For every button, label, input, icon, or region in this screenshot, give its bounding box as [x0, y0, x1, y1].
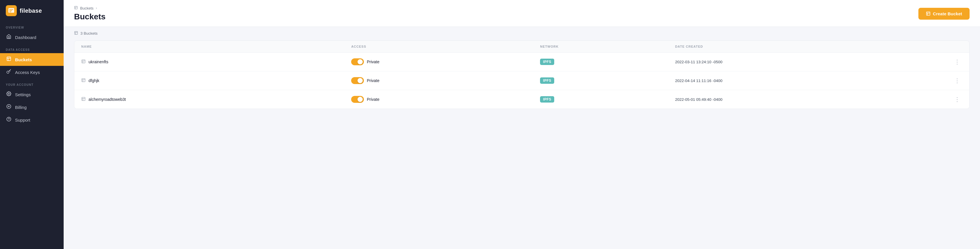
- logo-text: filebase: [20, 8, 42, 14]
- sidebar-section-data-access: Data Access: [0, 44, 64, 53]
- create-bucket-button[interactable]: Create Bucket: [918, 8, 970, 20]
- svg-rect-29: [82, 97, 85, 100]
- svg-rect-26: [82, 79, 85, 82]
- buckets-table: Name Access Network Date Created ukraine…: [74, 40, 970, 109]
- more-cell: ⋮: [945, 95, 963, 103]
- main-content: Buckets › Buckets Create Bucket 3 Bucket…: [64, 0, 980, 249]
- billing-icon: [6, 104, 11, 110]
- sidebar: filebase Overview Dashboard Data Access …: [0, 0, 64, 249]
- sidebar-item-dashboard[interactable]: Dashboard: [0, 31, 64, 44]
- billing-label: Billing: [15, 105, 27, 110]
- access-cell: Private: [351, 77, 540, 84]
- row-more-button[interactable]: ⋮: [952, 76, 963, 85]
- access-toggle[interactable]: [351, 77, 364, 84]
- sidebar-item-buckets[interactable]: Buckets: [0, 53, 64, 66]
- dashboard-label: Dashboard: [15, 35, 36, 40]
- create-bucket-label: Create Bucket: [933, 11, 962, 16]
- bucket-count-text: 3 Buckets: [80, 31, 97, 35]
- settings-icon: [6, 91, 11, 98]
- access-label: Private: [367, 78, 380, 83]
- col-network: Network: [540, 45, 675, 48]
- breadcrumb-icon: [74, 6, 78, 10]
- breadcrumb-text: Buckets: [80, 6, 94, 10]
- support-icon: [6, 117, 11, 123]
- sidebar-logo: filebase: [0, 0, 64, 21]
- network-cell: IPFS: [540, 59, 675, 65]
- svg-rect-14: [75, 6, 78, 9]
- access-label: Private: [367, 97, 380, 102]
- access-keys-label: Access Keys: [15, 70, 40, 75]
- settings-label: Settings: [15, 92, 31, 97]
- key-icon: [6, 69, 11, 75]
- row-more-button[interactable]: ⋮: [952, 95, 963, 103]
- content-area: 3 Buckets Name Access Network Date Creat…: [64, 27, 980, 249]
- support-label: Support: [15, 117, 30, 122]
- svg-rect-20: [75, 32, 78, 35]
- bucket-count-icon: [74, 31, 78, 36]
- table-row: dfghjk Private IPFS 2022-04-14 11:11:16 …: [74, 71, 969, 90]
- svg-rect-2: [9, 10, 12, 11]
- ipfs-badge: IPFS: [540, 96, 554, 103]
- ipfs-badge: IPFS: [540, 78, 554, 84]
- access-toggle[interactable]: [351, 58, 364, 65]
- bucket-row-icon: [81, 78, 86, 83]
- network-cell: IPFS: [540, 78, 675, 84]
- svg-rect-17: [926, 12, 930, 15]
- date-cell: 2022-03-11 13:24:10 -0500: [675, 60, 945, 64]
- svg-rect-3: [9, 11, 11, 12]
- sidebar-item-settings[interactable]: Settings: [0, 88, 64, 101]
- col-access: Access: [351, 45, 540, 48]
- table-row: alchemyroadtoweb3t Private IPFS 2022-05-…: [74, 90, 969, 109]
- sidebar-section-overview: Overview: [0, 21, 64, 31]
- table-row: ukrainenfts Private IPFS 2022-03-11 13:2…: [74, 52, 969, 71]
- buckets-icon: [6, 56, 11, 63]
- row-more-button[interactable]: ⋮: [952, 58, 963, 66]
- svg-point-8: [8, 93, 9, 94]
- page-header: Buckets › Buckets Create Bucket: [64, 0, 980, 27]
- sidebar-item-support[interactable]: Support: [0, 114, 64, 126]
- logo-icon: [6, 5, 17, 16]
- col-date-created: Date Created: [675, 45, 945, 48]
- buckets-label: Buckets: [15, 57, 32, 62]
- sidebar-item-billing[interactable]: Billing: [0, 101, 64, 114]
- access-cell: Private: [351, 58, 540, 65]
- access-cell: Private: [351, 96, 540, 103]
- date-cell: 2022-04-14 11:11:16 -0400: [675, 79, 945, 83]
- svg-rect-4: [7, 57, 11, 61]
- bucket-name: dfghjk: [89, 78, 99, 83]
- breadcrumb: Buckets ›: [74, 6, 106, 10]
- bucket-row-icon: [81, 59, 86, 64]
- home-icon: [6, 34, 11, 40]
- bucket-count-row: 3 Buckets: [74, 27, 970, 39]
- page-title: Buckets: [74, 12, 106, 21]
- date-cell: 2022-05-01 05:49:40 -0400: [675, 97, 945, 102]
- bucket-name: alchemyroadtoweb3t: [89, 97, 126, 102]
- bucket-name-cell: ukrainenfts: [81, 59, 351, 64]
- col-actions: [945, 45, 963, 48]
- sidebar-section-your-account: Your Account: [0, 79, 64, 88]
- breadcrumb-arrow: ›: [96, 6, 97, 10]
- bucket-row-icon: [81, 97, 86, 102]
- svg-rect-1: [9, 9, 13, 10]
- sidebar-item-access-keys[interactable]: Access Keys: [0, 66, 64, 79]
- bucket-name-cell: dfghjk: [81, 78, 351, 83]
- more-cell: ⋮: [945, 58, 963, 66]
- ipfs-badge: IPFS: [540, 59, 554, 65]
- table-header: Name Access Network Date Created: [74, 41, 969, 52]
- col-name: Name: [81, 45, 351, 48]
- access-toggle[interactable]: [351, 96, 364, 103]
- svg-rect-23: [82, 60, 85, 63]
- bucket-name-cell: alchemyroadtoweb3t: [81, 97, 351, 102]
- access-label: Private: [367, 60, 380, 64]
- more-cell: ⋮: [945, 76, 963, 85]
- bucket-name: ukrainenfts: [89, 60, 108, 64]
- network-cell: IPFS: [540, 96, 675, 103]
